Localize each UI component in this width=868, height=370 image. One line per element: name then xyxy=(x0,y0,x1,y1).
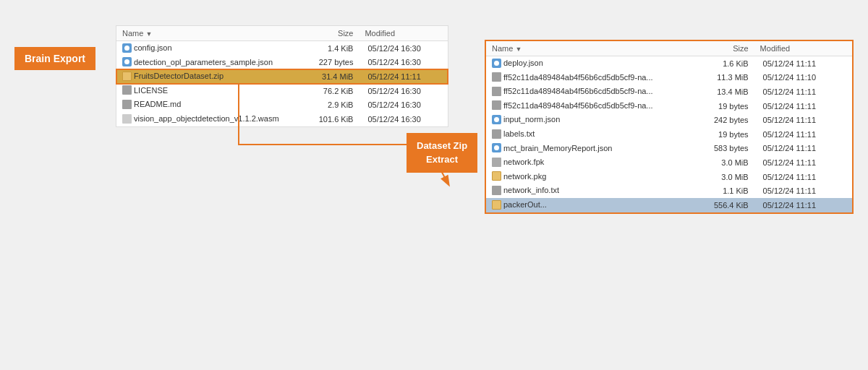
list-item[interactable]: README.md 2.9 KiB 05/12/24 16:30 xyxy=(116,98,448,112)
right-col-name-header: Name ▼ xyxy=(486,41,687,56)
list-item[interactable]: FruitsDetectorDataset.zip 31.4 MiB 05/12… xyxy=(116,69,448,84)
right-file-panel: Dataset ZipExtract Name ▼ Size Modified … xyxy=(485,40,854,214)
list-item[interactable]: deploy.json 1.6 KiB 05/12/24 11:11 xyxy=(486,56,852,71)
right-col-modified-header: Modified xyxy=(754,41,852,56)
left-file-table: Name ▼ Size Modified config.json 1.4 KiB… xyxy=(116,26,448,126)
main-container: Brain Export Name ▼ Size Modified xyxy=(0,0,868,370)
dataset-zip-label: Dataset ZipExtract xyxy=(407,133,477,173)
brain-export-label: Brain Export xyxy=(14,47,95,70)
list-item[interactable]: config.json 1.4 KiB 05/12/24 16:30 xyxy=(116,41,448,56)
right-file-table: Name ▼ Size Modified deploy.json 1.6 KiB… xyxy=(486,41,852,212)
list-item[interactable]: network.pkg 3.0 MiB 05/12/24 11:11 xyxy=(486,170,852,184)
right-sort-arrow-icon: ▼ xyxy=(515,46,522,53)
list-item[interactable]: labels.txt 19 bytes 05/12/24 11:11 xyxy=(486,127,852,142)
list-item[interactable]: input_norm.json 242 bytes 05/12/24 11:11 xyxy=(486,113,852,127)
list-item[interactable]: mct_brain_MemoryReport.json 583 bytes 05… xyxy=(486,142,852,156)
col-size-header: Size xyxy=(299,26,359,41)
list-item[interactable]: ff52c11da489484ab4f56b6cd5db5cf9-na... 1… xyxy=(486,71,852,85)
col-modified-header: Modified xyxy=(359,26,448,41)
list-item[interactable]: network_info.txt 1.1 KiB 05/12/24 11:11 xyxy=(486,184,852,198)
list-item[interactable]: ff52c11da489484ab4f56b6cd5db5cf9-na... 1… xyxy=(486,99,852,113)
list-item[interactable]: network.fpk 3.0 MiB 05/12/24 11:11 xyxy=(486,155,852,170)
list-item[interactable]: LICENSE 76.2 KiB 05/12/24 16:30 xyxy=(116,84,448,98)
list-item[interactable]: vision_app_objectdetection_v1.1.2.wasm 1… xyxy=(116,112,448,126)
sort-arrow-icon: ▼ xyxy=(145,30,152,38)
list-item[interactable]: detection_opl_parameters_sample.json 227… xyxy=(116,56,448,70)
right-col-size-header: Size xyxy=(687,41,754,56)
left-file-panel: Name ▼ Size Modified config.json 1.4 KiB… xyxy=(116,25,448,127)
col-name-header: Name ▼ xyxy=(116,26,299,41)
list-item[interactable]: packerOut... 556.4 KiB 05/12/24 11:11 xyxy=(486,198,852,212)
list-item[interactable]: ff52c11da489484ab4f56b6cd5db5cf9-na... 1… xyxy=(486,85,852,99)
